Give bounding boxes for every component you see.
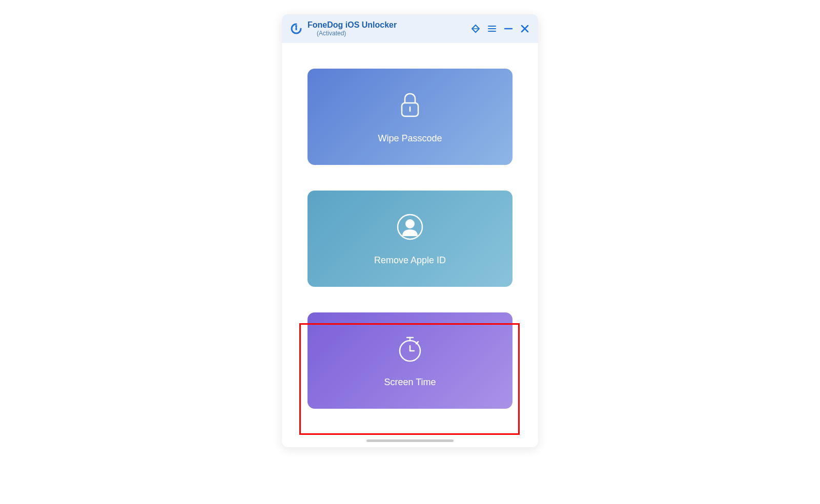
- app-status: (Activated): [317, 30, 465, 37]
- screen-time-label: Screen Time: [384, 377, 436, 388]
- app-window: FoneDog iOS Unlocker (Activated): [282, 14, 538, 447]
- diamond-icon[interactable]: [470, 24, 481, 34]
- window-controls: [470, 24, 530, 34]
- menu-icon[interactable]: [487, 24, 497, 34]
- content-area: Wipe Passcode Remove Apple ID: [282, 43, 538, 447]
- svg-rect-1: [296, 27, 297, 30]
- svg-point-11: [405, 219, 415, 228]
- svg-point-0: [295, 25, 297, 27]
- app-logo-icon: [290, 23, 302, 35]
- title-bar: FoneDog iOS Unlocker (Activated): [282, 14, 538, 43]
- stopwatch-icon: [395, 334, 425, 364]
- wipe-passcode-label: Wipe Passcode: [378, 133, 442, 144]
- app-title: FoneDog iOS Unlocker: [308, 20, 465, 30]
- lock-icon: [395, 90, 425, 120]
- wipe-passcode-button[interactable]: Wipe Passcode: [308, 69, 512, 165]
- close-icon[interactable]: [520, 24, 530, 34]
- user-icon: [395, 212, 425, 242]
- remove-apple-id-label: Remove Apple ID: [374, 255, 446, 266]
- screen-time-button[interactable]: Screen Time: [308, 312, 512, 409]
- minimize-icon[interactable]: [503, 24, 514, 34]
- bottom-handle: [366, 439, 454, 442]
- remove-apple-id-button[interactable]: Remove Apple ID: [308, 191, 512, 287]
